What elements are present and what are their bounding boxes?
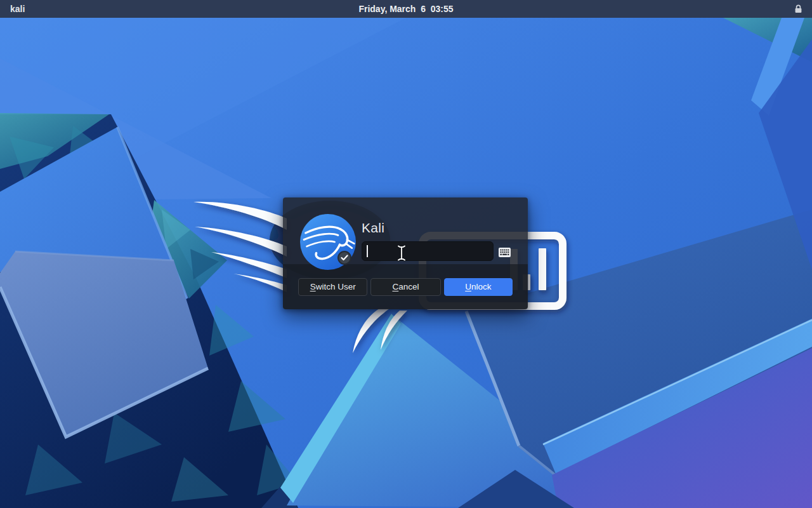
lock-screen: kali Friday, March 6 03:55 [0,0,812,508]
password-input[interactable] [362,241,494,261]
unlock-dialog: Kali [283,197,528,309]
i-beam-cursor [396,244,407,262]
user-avatar [300,214,356,270]
unlock-dialog-header: Kali [283,197,528,264]
cancel-button[interactable]: Cancel [370,278,440,296]
padlock-icon [794,4,803,14]
unlock-dialog-actions: Switch User Cancel Unlock [283,264,528,309]
checkmark-icon [341,255,348,261]
switch-user-button[interactable]: Switch User [298,278,367,296]
keyboard-icon [499,248,511,257]
unlock-button[interactable]: Unlock [444,278,513,296]
avatar-badge [337,251,351,265]
user-display-name: Kali [362,220,384,236]
clock-label: Friday, March 6 03:55 [0,0,812,18]
top-panel: kali Friday, March 6 03:55 [0,0,812,18]
text-caret [367,245,368,257]
keyboard-layout-button[interactable] [498,246,511,258]
